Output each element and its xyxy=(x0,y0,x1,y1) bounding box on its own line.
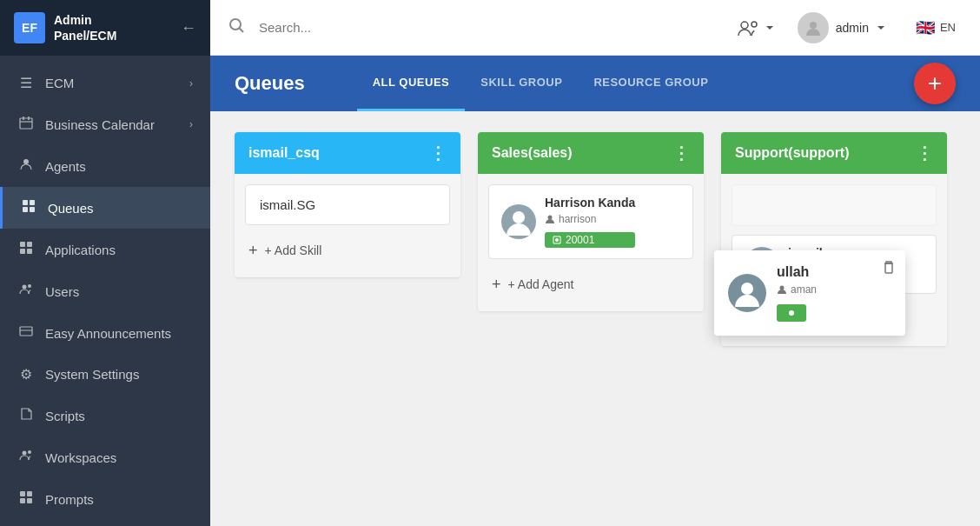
sidebar-item-business-calendar[interactable]: Business Calendar › xyxy=(0,103,210,145)
svg-point-13 xyxy=(23,285,27,290)
agent-item: Harrison Kanda harrison 20001 xyxy=(488,184,693,259)
announcements-icon xyxy=(17,324,35,342)
chevron-icon: › xyxy=(189,118,193,130)
tab-skill-group[interactable]: SKILL GROUP xyxy=(465,56,578,111)
svg-point-35 xyxy=(780,286,785,290)
agent-ext: 20001 xyxy=(545,232,635,248)
svg-rect-12 xyxy=(27,249,32,254)
svg-rect-7 xyxy=(23,207,28,212)
sidebar-item-easy-announcements[interactable]: Easy Announcements xyxy=(0,312,210,354)
sidebar-item-scripts[interactable]: Scripts xyxy=(0,395,210,436)
language-selector[interactable]: 🇬🇧 EN xyxy=(909,13,963,43)
delete-icon[interactable] xyxy=(881,259,897,278)
svg-rect-15 xyxy=(20,327,32,336)
tab-all-queues[interactable]: ALL QUEUES xyxy=(357,56,466,111)
svg-point-26 xyxy=(752,22,757,27)
sidebar-item-applications[interactable]: Applications xyxy=(0,229,210,270)
sidebar-item-label: Easy Announcements xyxy=(45,326,171,341)
agent-name: Harrison Kanda xyxy=(545,196,635,210)
sidebar-item-agents[interactable]: Agents xyxy=(0,145,210,187)
agents-status-icon[interactable] xyxy=(737,19,775,37)
agent-popup: ullah aman xyxy=(714,250,905,336)
sidebar-item-users[interactable]: Users xyxy=(0,270,210,312)
user-menu[interactable]: admin xyxy=(789,7,895,49)
sidebar-item-label: Prompts xyxy=(45,492,94,507)
svg-point-34 xyxy=(741,283,753,295)
sidebar-item-ecm[interactable]: ☰ ECM › xyxy=(0,63,210,103)
svg-point-30 xyxy=(555,238,559,242)
svg-line-24 xyxy=(240,29,244,33)
search-icon xyxy=(228,17,245,38)
queue-menu-icon[interactable]: ⋮ xyxy=(429,144,447,162)
svg-rect-33 xyxy=(885,263,892,273)
sidebar-item-queues[interactable]: Queues xyxy=(0,187,210,229)
tabs: ALL QUEUES SKILL GROUP RESOURCE GROUP xyxy=(357,56,725,111)
settings-icon: ⚙ xyxy=(17,366,35,383)
svg-point-27 xyxy=(810,22,817,29)
topbar-right: admin 🇬🇧 EN xyxy=(737,7,963,49)
skill-item: ismail.SG xyxy=(245,184,450,225)
queue-body-sales: Harrison Kanda harrison 20001 + + Add Ag… xyxy=(478,174,704,311)
queue-body-ismail: ismail.SG + + Add Skill xyxy=(235,174,460,277)
svg-rect-9 xyxy=(20,242,25,247)
main-area: admin 🇬🇧 EN Queues ALL QUEUES SKILL GROU… xyxy=(210,0,980,526)
svg-point-25 xyxy=(741,22,748,29)
sidebar-item-label: Business Calendar xyxy=(45,117,155,132)
page-header: Queues ALL QUEUES SKILL GROUP RESOURCE G… xyxy=(210,56,980,111)
queue-header-ismail: ismail_csq ⋮ xyxy=(235,132,460,174)
popup-avatar xyxy=(728,274,766,312)
svg-rect-20 xyxy=(27,491,32,496)
sidebar-item-label: Workspaces xyxy=(45,450,116,465)
prompts-icon xyxy=(17,490,35,508)
svg-rect-0 xyxy=(20,118,32,129)
popup-ext xyxy=(777,304,806,322)
search-input[interactable] xyxy=(259,20,723,35)
popup-agent-name: ullah xyxy=(777,264,817,280)
sidebar-toggle[interactable]: ← xyxy=(181,19,196,37)
queues-icon xyxy=(20,199,37,216)
sidebar-item-prompts[interactable]: Prompts xyxy=(0,478,210,520)
popup-agent-username: aman xyxy=(777,283,817,296)
svg-point-17 xyxy=(23,451,27,456)
sidebar-item-label: Scripts xyxy=(45,409,85,423)
queue-menu-icon[interactable]: ⋮ xyxy=(672,144,690,162)
page-title: Queues xyxy=(235,72,305,95)
sidebar: EF Admin Panel/ECM ← ☰ ECM › Business Ca… xyxy=(0,0,210,526)
svg-rect-11 xyxy=(20,249,25,254)
tab-resource-group[interactable]: RESOURCE GROUP xyxy=(578,56,724,111)
sidebar-item-system-settings[interactable]: ⚙ System Settings xyxy=(0,354,210,395)
agent-avatar xyxy=(501,204,536,239)
svg-point-18 xyxy=(28,450,31,454)
queue-header-sales: Sales(sales) ⋮ xyxy=(478,132,704,174)
sidebar-item-workspaces[interactable]: Workspaces xyxy=(0,436,210,478)
svg-rect-22 xyxy=(27,498,32,503)
topbar: admin 🇬🇧 EN xyxy=(210,0,980,56)
agent-username: harrison xyxy=(545,213,635,225)
queue-name: Sales(sales) xyxy=(492,145,573,161)
add-queue-button[interactable]: + xyxy=(914,63,956,104)
svg-rect-5 xyxy=(23,200,28,205)
svg-point-28 xyxy=(513,211,525,223)
svg-point-29 xyxy=(548,216,553,220)
add-skill-button[interactable]: + + Add Skill xyxy=(245,234,450,267)
agent-icon xyxy=(17,157,35,175)
language-label: EN xyxy=(940,21,956,34)
svg-point-14 xyxy=(28,284,31,288)
sidebar-item-label: Queues xyxy=(48,201,94,216)
username-label: admin xyxy=(836,21,869,35)
ecm-icon: ☰ xyxy=(17,75,35,91)
calendar-icon xyxy=(17,116,35,133)
sidebar-logo: EF Admin Panel/ECM xyxy=(14,12,116,43)
sidebar-item-label: Agents xyxy=(45,159,86,174)
sidebar-item-label: ECM xyxy=(45,76,74,90)
users-icon xyxy=(17,283,35,300)
popup-agent-row: ullah aman xyxy=(728,264,891,322)
queue-card-ismail: ismail_csq ⋮ ismail.SG + + Add Skill xyxy=(235,132,460,277)
content-area: ismail_csq ⋮ ismail.SG + + Add Skill Sal… xyxy=(210,111,980,526)
logo-text: Admin Panel/ECM xyxy=(54,12,116,43)
sidebar-item-label: Users xyxy=(45,284,79,299)
svg-point-36 xyxy=(789,310,794,316)
queue-menu-icon[interactable]: ⋮ xyxy=(916,144,933,162)
svg-rect-10 xyxy=(27,242,32,247)
add-agent-button[interactable]: + + Add Agent xyxy=(488,268,693,301)
